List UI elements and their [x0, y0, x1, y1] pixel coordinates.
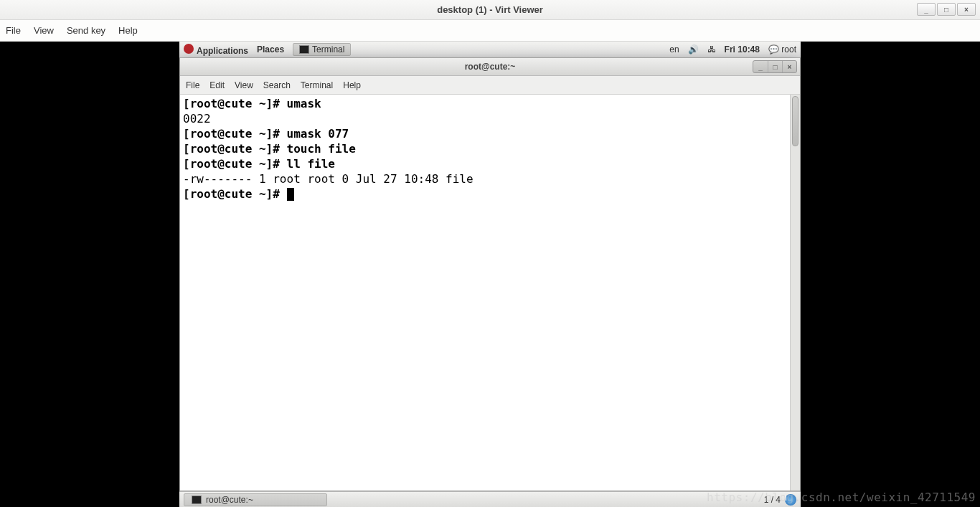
close-button[interactable]: × — [957, 3, 976, 16]
vm-stage: Applications Places Terminal en 🔊 🖧 Fri … — [0, 42, 980, 507]
terminal-prompt-line: [root@cute ~]# touch file — [183, 141, 797, 156]
terminal-icon — [192, 496, 202, 504]
menu-view[interactable]: View — [34, 25, 54, 36]
terminal-output-line: -rw------- 1 root root 0 Jul 27 10:48 fi… — [183, 171, 797, 186]
terminal-title: root@cute:~ — [465, 62, 516, 72]
gnome-top-panel: Applications Places Terminal en 🔊 🖧 Fri … — [179, 42, 801, 58]
maximize-button[interactable]: □ — [937, 3, 956, 16]
term-menu-file[interactable]: File — [186, 80, 199, 90]
cursor — [287, 188, 294, 201]
taskbar-entry-label: root@cute:~ — [206, 495, 253, 505]
taskbar-terminal-label: Terminal — [312, 44, 344, 55]
watermark: https://blog.csdn.net/weixin_42711549 — [707, 491, 976, 504]
clock[interactable]: Fri 10:48 — [725, 44, 760, 55]
terminal-prompt-line: [root@cute ~]# umask — [183, 96, 797, 111]
keyboard-indicator[interactable]: en — [669, 44, 679, 55]
term-menu-search[interactable]: Search — [263, 80, 291, 90]
prompt: [root@cute ~]# — [183, 157, 287, 171]
virtviewer-title: desktop (1) - Virt Viewer — [437, 4, 543, 15]
terminal-body[interactable]: [root@cute ~]# umask0022[root@cute ~]# u… — [180, 95, 800, 491]
command: umask — [287, 97, 321, 110]
prompt: [root@cute ~]# — [183, 97, 287, 110]
prompt: [root@cute ~]# — [183, 127, 287, 141]
terminal-prompt-line: [root@cute ~]# ll file — [183, 156, 797, 171]
virtviewer-window-controls: _ □ × — [915, 3, 976, 16]
applications-menu[interactable]: Applications — [184, 44, 248, 56]
terminal-prompt-line: [root@cute ~]# — [183, 186, 797, 202]
redhat-icon — [184, 44, 194, 54]
term-menu-terminal[interactable]: Terminal — [301, 80, 333, 90]
terminal-scrollbar[interactable] — [790, 95, 800, 491]
taskbar-entry[interactable]: root@cute:~ — [184, 493, 327, 506]
virtviewer-menubar: File View Send key Help — [0, 20, 980, 42]
network-icon[interactable]: 🖧 — [707, 44, 716, 55]
user-menu[interactable]: 💬 root — [768, 44, 796, 55]
term-menu-view[interactable]: View — [235, 80, 253, 90]
command: ll file — [287, 157, 335, 171]
terminal-close-button[interactable]: × — [782, 61, 796, 72]
terminal-icon — [299, 45, 309, 54]
guest-desktop: Applications Places Terminal en 🔊 🖧 Fri … — [179, 42, 801, 507]
minimize-button[interactable]: _ — [917, 3, 936, 16]
terminal-maximize-button[interactable]: □ — [768, 61, 782, 72]
terminal-prompt-line: [root@cute ~]# umask 077 — [183, 126, 797, 141]
volume-icon[interactable]: 🔊 — [688, 44, 699, 55]
terminal-window-controls: _ □ × — [753, 60, 797, 73]
terminal-minimize-button[interactable]: _ — [753, 61, 768, 72]
terminal-output-line: 0022 — [183, 111, 797, 126]
command: umask 077 — [287, 127, 349, 141]
virtviewer-titlebar: desktop (1) - Virt Viewer _ □ × — [0, 0, 980, 20]
prompt: [root@cute ~]# — [183, 142, 287, 156]
terminal-window: root@cute:~ _ □ × File Edit View Search … — [179, 58, 801, 491]
taskbar-terminal[interactable]: Terminal — [293, 43, 351, 56]
scrollbar-thumb[interactable] — [792, 96, 798, 146]
speech-icon: 💬 — [768, 44, 779, 55]
prompt: [root@cute ~]# — [183, 187, 287, 201]
term-menu-edit[interactable]: Edit — [209, 80, 225, 90]
command: touch file — [287, 142, 356, 156]
term-menu-help[interactable]: Help — [343, 80, 361, 90]
places-menu[interactable]: Places — [257, 44, 284, 55]
menu-help[interactable]: Help — [118, 25, 138, 36]
menu-file[interactable]: File — [6, 25, 21, 36]
terminal-menubar: File Edit View Search Terminal Help — [180, 76, 800, 95]
menu-sendkey[interactable]: Send key — [67, 25, 105, 36]
terminal-titlebar[interactable]: root@cute:~ _ □ × — [180, 58, 800, 76]
